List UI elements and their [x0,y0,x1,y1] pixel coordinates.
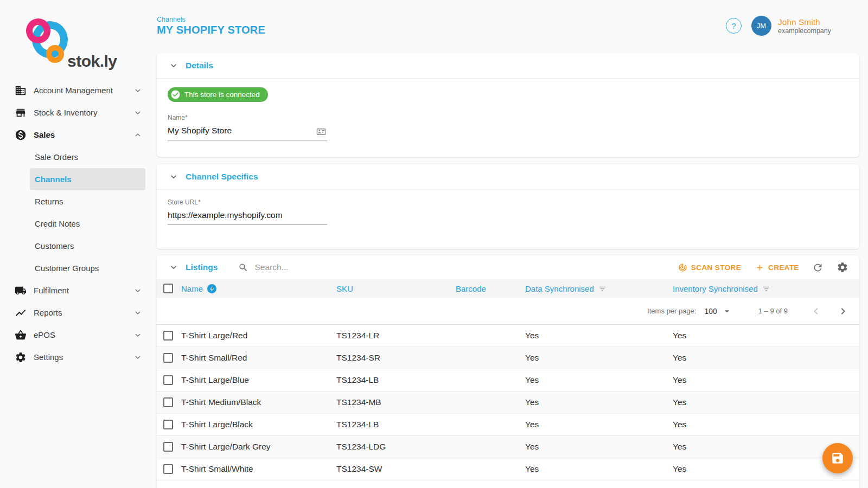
select-all-checkbox[interactable] [163,284,173,293]
user-info[interactable]: John Smith examplecompany [778,17,831,35]
sidebar-item-stock-inventory[interactable]: Stock & Inventory [0,101,154,124]
chevron-down-icon [133,308,143,318]
column-header-sku[interactable]: SKU [336,284,456,293]
chevron-down-icon [133,330,143,340]
row-checkbox[interactable] [163,420,173,429]
sidebar-item-label: Fulfilment [34,286,133,295]
caret-down-icon [722,306,732,317]
create-button[interactable]: CREATE [755,263,799,272]
row-sku: TS1234-SW [336,464,456,474]
previous-page-button[interactable] [809,305,822,318]
page-size-select[interactable]: 100 [704,306,732,317]
help-button[interactable]: ? [726,18,742,34]
row-inventory-synchronised: Yes [673,353,859,363]
basket-icon [15,329,27,341]
sidebar-item-sale-orders[interactable]: Sale Orders [0,146,154,168]
sidebar-nav: Account Management Stock & Inventory Sal… [0,79,154,368]
chevron-down-icon [168,60,179,71]
next-page-button[interactable] [837,305,850,318]
avatar[interactable]: JM [751,16,771,36]
channel-specifics-content: Store URL* [157,190,859,249]
chevron-down-icon [133,86,143,95]
sidebar-item-sales[interactable]: Sales [0,124,154,146]
row-checkbox[interactable] [163,442,173,452]
user-company: examplecompany [778,27,831,35]
sidebar-subitem-label: Credit Notes [35,219,80,228]
sidebar-item-account-management[interactable]: Account Management [0,79,154,101]
truck-icon [15,285,27,297]
top-bar: Channels MY SHOPIFY STORE ? JM John Smit… [157,0,859,53]
sidebar-item-reports[interactable]: Reports [0,301,154,324]
column-header-name[interactable]: Name [181,284,336,293]
row-checkbox[interactable] [163,331,173,341]
status-badge-label: This store is connected [184,91,260,99]
sidebar-item-returns[interactable]: Returns [0,190,154,213]
user-cluster: ? JM John Smith examplecompany [726,16,831,36]
row-checkbox[interactable] [163,397,173,407]
details-section-header[interactable]: Details [157,53,859,79]
table-row[interactable]: T-Shirt Medium/Black TS1234-MB Yes Yes [157,391,859,414]
sidebar-item-settings[interactable]: Settings [0,346,154,368]
row-name: T-Shirt Large/Dark Grey [181,442,336,452]
table-row[interactable]: T-Shirt Large/Red TS1234-LR Yes Yes [157,325,859,347]
logo-ring-orange [46,45,64,63]
save-icon [831,451,845,465]
sort-descending-icon[interactable] [207,284,216,293]
table-row[interactable]: T-Shirt Large/Black TS1234-LB Yes Yes [157,414,859,436]
table-row[interactable]: T-Shirt Large/Dark Grey TS1234-LDG Yes Y… [157,436,859,458]
chevron-down-icon [133,286,143,296]
sidebar-item-fulfilment[interactable]: Fulfilment [0,279,154,301]
page-title: MY SHOPIFY STORE [157,24,265,36]
row-inventory-synchronised: Yes [673,397,859,407]
sidebar-subitem-label: Customer Groups [35,264,99,273]
search-input[interactable] [253,262,416,273]
sidebar-item-customers[interactable]: Customers [0,235,154,257]
row-name: T-Shirt Large/Blue [181,375,336,385]
sidebar-item-credit-notes[interactable]: Credit Notes [0,213,154,235]
building-icon [15,85,27,97]
contact-card-icon[interactable] [316,127,326,137]
refresh-icon[interactable] [812,262,824,273]
sidebar-subitem-label: Sale Orders [35,152,78,162]
sidebar-item-epos[interactable]: ePOS [0,324,154,346]
row-name: T-Shirt Small/White [181,464,336,474]
table-row[interactable]: T-Shirt Small/Red TS1234-SR Yes Yes [157,347,859,369]
row-sku: TS1234-SR [336,353,456,363]
name-field[interactable] [168,123,327,140]
filter-icon[interactable] [762,285,770,293]
row-inventory-synchronised: Yes [673,420,859,429]
sidebar-item-customer-groups[interactable]: Customer Groups [0,257,154,279]
row-data-synchronised: Yes [525,464,673,474]
save-button[interactable] [822,443,853,473]
listings-table-body: T-Shirt Large/Red TS1234-LR Yes Yes T-Sh… [157,325,859,480]
row-checkbox[interactable] [163,464,173,474]
column-header-barcode[interactable]: Barcode [456,284,525,293]
row-checkbox[interactable] [163,375,173,385]
gear-icon[interactable] [837,261,848,273]
sidebar: stok.ly Account Management Stock & Inven… [0,0,154,488]
stokly-logo[interactable]: stok.ly [24,14,122,66]
row-data-synchronised: Yes [525,353,673,363]
channel-specifics-section-header[interactable]: Channel Specifics [157,164,859,190]
paginator: Items per page: 100 1 – 9 of 9 [157,298,859,325]
sidebar-item-channels[interactable]: Channels [30,168,145,190]
scan-store-button[interactable]: SCAN STORE [678,263,741,272]
filter-icon[interactable] [598,285,607,293]
channel-specifics-card: Channel Specifics Store URL* [157,164,859,249]
sidebar-subitem-label: Returns [35,197,63,206]
breadcrumb[interactable]: Channels [157,16,186,23]
row-data-synchronised: Yes [525,442,673,452]
table-row[interactable]: T-Shirt Large/Blue TS1234-LB Yes Yes [157,369,859,391]
row-sku: TS1234-LDG [336,442,456,452]
row-name: T-Shirt Small/Red [181,353,336,363]
user-name: John Smith [778,17,831,27]
row-checkbox[interactable] [163,353,173,363]
page-range-label: 1 – 9 of 9 [758,307,788,315]
column-header-data-synchronised[interactable]: Data Synchronised [525,284,673,293]
column-header-inventory-synchronised[interactable]: Inventory Synchronised [673,284,859,293]
sidebar-item-label: Account Management [34,86,133,95]
name-field-group: Name* [168,114,327,140]
chevron-down-icon[interactable] [168,262,179,273]
store-url-field[interactable] [168,208,327,225]
table-row[interactable]: T-Shirt Small/White TS1234-SW Yes Yes [157,458,859,480]
